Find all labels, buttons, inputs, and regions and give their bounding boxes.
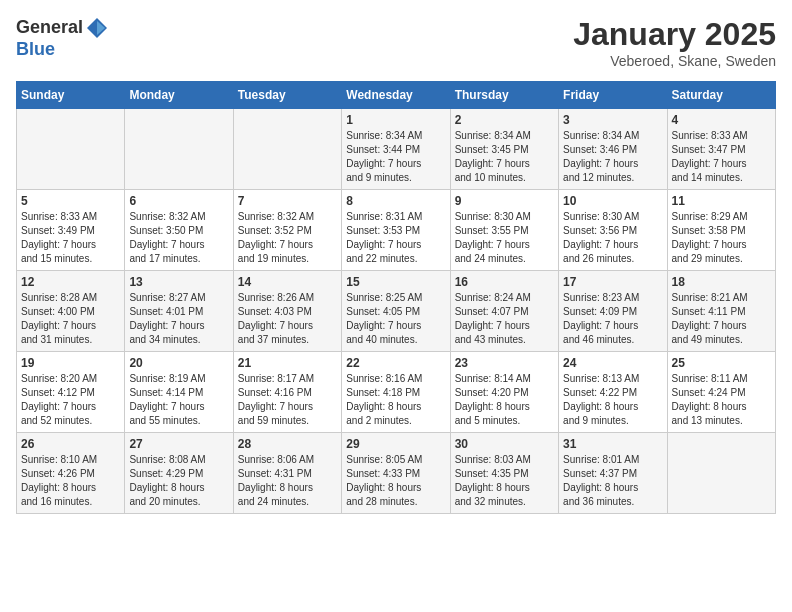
day-number: 3 (563, 113, 662, 127)
calendar-cell: 11Sunrise: 8:29 AM Sunset: 3:58 PM Dayli… (667, 190, 775, 271)
day-number: 9 (455, 194, 554, 208)
day-info: Sunrise: 8:16 AM Sunset: 4:18 PM Dayligh… (346, 372, 445, 428)
day-number: 5 (21, 194, 120, 208)
calendar-cell (125, 109, 233, 190)
logo-blue-text: Blue (16, 40, 109, 60)
day-number: 2 (455, 113, 554, 127)
header-row: SundayMondayTuesdayWednesdayThursdayFrid… (17, 82, 776, 109)
day-info: Sunrise: 8:19 AM Sunset: 4:14 PM Dayligh… (129, 372, 228, 428)
header-day-wednesday: Wednesday (342, 82, 450, 109)
day-number: 28 (238, 437, 337, 451)
header-day-thursday: Thursday (450, 82, 558, 109)
day-number: 20 (129, 356, 228, 370)
calendar-cell (667, 433, 775, 514)
day-number: 11 (672, 194, 771, 208)
day-info: Sunrise: 8:34 AM Sunset: 3:44 PM Dayligh… (346, 129, 445, 185)
logo: General Blue (16, 16, 109, 60)
calendar-cell: 2Sunrise: 8:34 AM Sunset: 3:45 PM Daylig… (450, 109, 558, 190)
calendar-cell: 10Sunrise: 8:30 AM Sunset: 3:56 PM Dayli… (559, 190, 667, 271)
day-info: Sunrise: 8:30 AM Sunset: 3:56 PM Dayligh… (563, 210, 662, 266)
day-number: 23 (455, 356, 554, 370)
header-day-tuesday: Tuesday (233, 82, 341, 109)
day-info: Sunrise: 8:13 AM Sunset: 4:22 PM Dayligh… (563, 372, 662, 428)
calendar-cell: 22Sunrise: 8:16 AM Sunset: 4:18 PM Dayli… (342, 352, 450, 433)
day-info: Sunrise: 8:31 AM Sunset: 3:53 PM Dayligh… (346, 210, 445, 266)
calendar-cell: 9Sunrise: 8:30 AM Sunset: 3:55 PM Daylig… (450, 190, 558, 271)
calendar-cell: 8Sunrise: 8:31 AM Sunset: 3:53 PM Daylig… (342, 190, 450, 271)
calendar-cell: 18Sunrise: 8:21 AM Sunset: 4:11 PM Dayli… (667, 271, 775, 352)
calendar-cell: 4Sunrise: 8:33 AM Sunset: 3:47 PM Daylig… (667, 109, 775, 190)
calendar-cell: 28Sunrise: 8:06 AM Sunset: 4:31 PM Dayli… (233, 433, 341, 514)
calendar-cell (17, 109, 125, 190)
day-number: 25 (672, 356, 771, 370)
calendar-cell (233, 109, 341, 190)
header-day-friday: Friday (559, 82, 667, 109)
day-info: Sunrise: 8:14 AM Sunset: 4:20 PM Dayligh… (455, 372, 554, 428)
day-info: Sunrise: 8:32 AM Sunset: 3:50 PM Dayligh… (129, 210, 228, 266)
calendar-body: 1Sunrise: 8:34 AM Sunset: 3:44 PM Daylig… (17, 109, 776, 514)
day-info: Sunrise: 8:25 AM Sunset: 4:05 PM Dayligh… (346, 291, 445, 347)
day-number: 18 (672, 275, 771, 289)
day-number: 4 (672, 113, 771, 127)
calendar-cell: 24Sunrise: 8:13 AM Sunset: 4:22 PM Dayli… (559, 352, 667, 433)
day-info: Sunrise: 8:34 AM Sunset: 3:46 PM Dayligh… (563, 129, 662, 185)
day-number: 16 (455, 275, 554, 289)
calendar-cell: 21Sunrise: 8:17 AM Sunset: 4:16 PM Dayli… (233, 352, 341, 433)
day-info: Sunrise: 8:28 AM Sunset: 4:00 PM Dayligh… (21, 291, 120, 347)
calendar-cell: 25Sunrise: 8:11 AM Sunset: 4:24 PM Dayli… (667, 352, 775, 433)
day-number: 31 (563, 437, 662, 451)
day-info: Sunrise: 8:06 AM Sunset: 4:31 PM Dayligh… (238, 453, 337, 509)
calendar-cell: 23Sunrise: 8:14 AM Sunset: 4:20 PM Dayli… (450, 352, 558, 433)
day-info: Sunrise: 8:29 AM Sunset: 3:58 PM Dayligh… (672, 210, 771, 266)
week-row-0: 1Sunrise: 8:34 AM Sunset: 3:44 PM Daylig… (17, 109, 776, 190)
calendar-cell: 26Sunrise: 8:10 AM Sunset: 4:26 PM Dayli… (17, 433, 125, 514)
title-area: January 2025 Veberoed, Skane, Sweden (573, 16, 776, 69)
day-number: 27 (129, 437, 228, 451)
calendar-cell: 5Sunrise: 8:33 AM Sunset: 3:49 PM Daylig… (17, 190, 125, 271)
calendar-cell: 13Sunrise: 8:27 AM Sunset: 4:01 PM Dayli… (125, 271, 233, 352)
calendar-cell: 7Sunrise: 8:32 AM Sunset: 3:52 PM Daylig… (233, 190, 341, 271)
day-info: Sunrise: 8:05 AM Sunset: 4:33 PM Dayligh… (346, 453, 445, 509)
day-info: Sunrise: 8:32 AM Sunset: 3:52 PM Dayligh… (238, 210, 337, 266)
day-number: 12 (21, 275, 120, 289)
logo-icon (85, 16, 109, 40)
logo-general-text: General (16, 18, 83, 38)
calendar-cell: 16Sunrise: 8:24 AM Sunset: 4:07 PM Dayli… (450, 271, 558, 352)
day-info: Sunrise: 8:03 AM Sunset: 4:35 PM Dayligh… (455, 453, 554, 509)
calendar-cell: 29Sunrise: 8:05 AM Sunset: 4:33 PM Dayli… (342, 433, 450, 514)
day-info: Sunrise: 8:24 AM Sunset: 4:07 PM Dayligh… (455, 291, 554, 347)
day-number: 15 (346, 275, 445, 289)
day-number: 8 (346, 194, 445, 208)
calendar-cell: 15Sunrise: 8:25 AM Sunset: 4:05 PM Dayli… (342, 271, 450, 352)
calendar-cell: 20Sunrise: 8:19 AM Sunset: 4:14 PM Dayli… (125, 352, 233, 433)
day-info: Sunrise: 8:30 AM Sunset: 3:55 PM Dayligh… (455, 210, 554, 266)
day-number: 21 (238, 356, 337, 370)
week-row-1: 5Sunrise: 8:33 AM Sunset: 3:49 PM Daylig… (17, 190, 776, 271)
day-info: Sunrise: 8:21 AM Sunset: 4:11 PM Dayligh… (672, 291, 771, 347)
day-number: 10 (563, 194, 662, 208)
day-number: 14 (238, 275, 337, 289)
day-info: Sunrise: 8:33 AM Sunset: 3:49 PM Dayligh… (21, 210, 120, 266)
header-day-sunday: Sunday (17, 82, 125, 109)
day-number: 30 (455, 437, 554, 451)
day-info: Sunrise: 8:34 AM Sunset: 3:45 PM Dayligh… (455, 129, 554, 185)
day-number: 26 (21, 437, 120, 451)
day-info: Sunrise: 8:33 AM Sunset: 3:47 PM Dayligh… (672, 129, 771, 185)
day-info: Sunrise: 8:26 AM Sunset: 4:03 PM Dayligh… (238, 291, 337, 347)
calendar-cell: 12Sunrise: 8:28 AM Sunset: 4:00 PM Dayli… (17, 271, 125, 352)
month-title: January 2025 (573, 16, 776, 53)
day-number: 1 (346, 113, 445, 127)
calendar-cell: 19Sunrise: 8:20 AM Sunset: 4:12 PM Dayli… (17, 352, 125, 433)
day-number: 6 (129, 194, 228, 208)
calendar-cell: 17Sunrise: 8:23 AM Sunset: 4:09 PM Dayli… (559, 271, 667, 352)
week-row-2: 12Sunrise: 8:28 AM Sunset: 4:00 PM Dayli… (17, 271, 776, 352)
calendar-header: SundayMondayTuesdayWednesdayThursdayFrid… (17, 82, 776, 109)
day-number: 13 (129, 275, 228, 289)
day-number: 29 (346, 437, 445, 451)
day-info: Sunrise: 8:08 AM Sunset: 4:29 PM Dayligh… (129, 453, 228, 509)
day-number: 22 (346, 356, 445, 370)
day-info: Sunrise: 8:11 AM Sunset: 4:24 PM Dayligh… (672, 372, 771, 428)
day-info: Sunrise: 8:23 AM Sunset: 4:09 PM Dayligh… (563, 291, 662, 347)
day-info: Sunrise: 8:27 AM Sunset: 4:01 PM Dayligh… (129, 291, 228, 347)
day-number: 24 (563, 356, 662, 370)
